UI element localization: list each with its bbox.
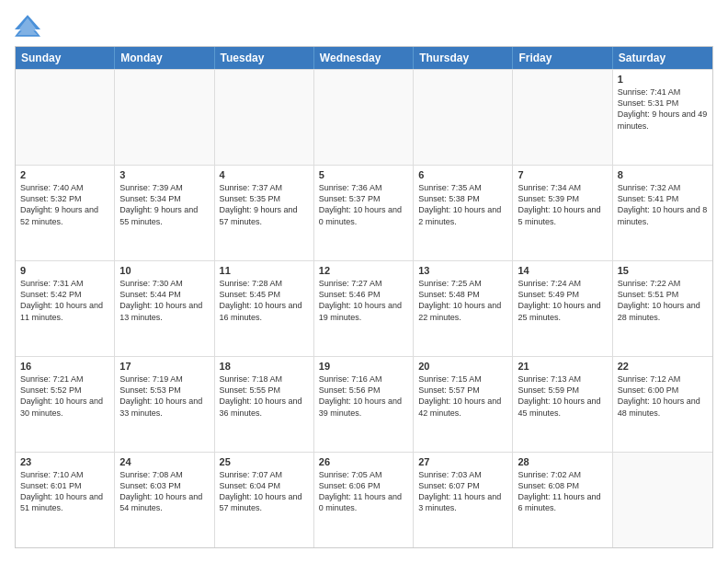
day-info: Sunrise: 7:07 AM Sunset: 6:04 PM Dayligh… — [220, 469, 309, 514]
day-number: 16 — [20, 361, 109, 372]
calendar-cell — [414, 70, 513, 165]
calendar-cell: 23Sunrise: 7:10 AM Sunset: 6:01 PM Dayli… — [16, 453, 115, 547]
day-info: Sunrise: 7:34 AM Sunset: 5:39 PM Dayligh… — [518, 182, 607, 227]
calendar-cell: 4Sunrise: 7:37 AM Sunset: 5:35 PM Daylig… — [215, 166, 314, 260]
calendar: SundayMondayTuesdayWednesdayThursdayFrid… — [15, 46, 713, 548]
calendar-cell: 19Sunrise: 7:16 AM Sunset: 5:56 PM Dayli… — [314, 357, 414, 452]
day-info: Sunrise: 7:36 AM Sunset: 5:37 PM Dayligh… — [319, 182, 408, 227]
day-info: Sunrise: 7:39 AM Sunset: 5:34 PM Dayligh… — [119, 182, 209, 227]
calendar-row-3: 16Sunrise: 7:21 AM Sunset: 5:52 PM Dayli… — [16, 356, 712, 452]
header-day-friday: Friday — [513, 47, 612, 69]
day-info: Sunrise: 7:32 AM Sunset: 5:41 PM Dayligh… — [618, 182, 708, 227]
day-number: 18 — [220, 361, 309, 372]
calendar-cell: 5Sunrise: 7:36 AM Sunset: 5:37 PM Daylig… — [314, 166, 414, 260]
day-info: Sunrise: 7:41 AM Sunset: 5:31 PM Dayligh… — [618, 86, 708, 132]
calendar-cell: 3Sunrise: 7:39 AM Sunset: 5:34 PM Daylig… — [115, 166, 214, 260]
day-number: 13 — [418, 265, 507, 276]
calendar-row-1: 2Sunrise: 7:40 AM Sunset: 5:32 PM Daylig… — [16, 165, 712, 260]
day-number: 27 — [418, 456, 507, 467]
day-info: Sunrise: 7:16 AM Sunset: 5:56 PM Dayligh… — [319, 373, 408, 419]
calendar-cell — [16, 70, 115, 165]
day-number: 20 — [418, 361, 507, 372]
calendar-cell: 9Sunrise: 7:31 AM Sunset: 5:42 PM Daylig… — [16, 261, 115, 356]
header-day-thursday: Thursday — [414, 47, 513, 69]
calendar-cell: 16Sunrise: 7:21 AM Sunset: 5:52 PM Dayli… — [16, 357, 115, 452]
header-day-sunday: Sunday — [16, 47, 115, 69]
day-number: 17 — [119, 361, 209, 372]
calendar-cell: 22Sunrise: 7:12 AM Sunset: 6:00 PM Dayli… — [613, 357, 712, 452]
day-number: 5 — [319, 169, 408, 180]
calendar-cell — [314, 70, 414, 165]
calendar-cell: 24Sunrise: 7:08 AM Sunset: 6:03 PM Dayli… — [115, 453, 214, 547]
calendar-cell: 25Sunrise: 7:07 AM Sunset: 6:04 PM Dayli… — [215, 453, 314, 547]
calendar-cell: 1Sunrise: 7:41 AM Sunset: 5:31 PM Daylig… — [613, 70, 712, 165]
header-day-tuesday: Tuesday — [215, 47, 314, 69]
day-info: Sunrise: 7:27 AM Sunset: 5:46 PM Dayligh… — [319, 278, 408, 323]
day-info: Sunrise: 7:19 AM Sunset: 5:53 PM Dayligh… — [119, 373, 209, 419]
calendar-cell: 28Sunrise: 7:02 AM Sunset: 6:08 PM Dayli… — [513, 453, 612, 547]
calendar-cell: 13Sunrise: 7:25 AM Sunset: 5:48 PM Dayli… — [414, 261, 513, 356]
calendar-cell: 18Sunrise: 7:18 AM Sunset: 5:55 PM Dayli… — [215, 357, 314, 452]
calendar-cell: 14Sunrise: 7:24 AM Sunset: 5:49 PM Dayli… — [513, 261, 612, 356]
day-number: 6 — [418, 169, 507, 180]
day-number: 12 — [319, 265, 408, 276]
day-info: Sunrise: 7:05 AM Sunset: 6:06 PM Dayligh… — [319, 469, 408, 514]
day-number: 19 — [319, 361, 408, 372]
day-number: 24 — [119, 456, 209, 467]
day-info: Sunrise: 7:35 AM Sunset: 5:38 PM Dayligh… — [418, 182, 507, 227]
calendar-cell — [513, 70, 612, 165]
day-number: 28 — [518, 456, 607, 467]
header-day-saturday: Saturday — [613, 47, 712, 69]
day-info: Sunrise: 7:15 AM Sunset: 5:57 PM Dayligh… — [418, 373, 507, 419]
page: SundayMondayTuesdayWednesdayThursdayFrid… — [0, 0, 728, 563]
calendar-cell: 12Sunrise: 7:27 AM Sunset: 5:46 PM Dayli… — [314, 261, 414, 356]
day-info: Sunrise: 7:40 AM Sunset: 5:32 PM Dayligh… — [20, 182, 109, 227]
calendar-cell: 21Sunrise: 7:13 AM Sunset: 5:59 PM Dayli… — [513, 357, 612, 452]
day-info: Sunrise: 7:03 AM Sunset: 6:07 PM Dayligh… — [418, 469, 507, 514]
day-info: Sunrise: 7:10 AM Sunset: 6:01 PM Dayligh… — [20, 469, 109, 514]
calendar-cell: 26Sunrise: 7:05 AM Sunset: 6:06 PM Dayli… — [314, 453, 414, 547]
calendar-row-0: 1Sunrise: 7:41 AM Sunset: 5:31 PM Daylig… — [16, 69, 712, 165]
calendar-cell: 11Sunrise: 7:28 AM Sunset: 5:45 PM Dayli… — [215, 261, 314, 356]
header-day-wednesday: Wednesday — [314, 47, 414, 69]
calendar-body: 1Sunrise: 7:41 AM Sunset: 5:31 PM Daylig… — [16, 69, 712, 547]
day-number: 14 — [518, 265, 607, 276]
day-number: 25 — [220, 456, 309, 467]
calendar-row-4: 23Sunrise: 7:10 AM Sunset: 6:01 PM Dayli… — [16, 452, 712, 547]
calendar-cell: 10Sunrise: 7:30 AM Sunset: 5:44 PM Dayli… — [115, 261, 214, 356]
calendar-cell: 27Sunrise: 7:03 AM Sunset: 6:07 PM Dayli… — [414, 453, 513, 547]
calendar-cell: 20Sunrise: 7:15 AM Sunset: 5:57 PM Dayli… — [414, 357, 513, 452]
day-info: Sunrise: 7:12 AM Sunset: 6:00 PM Dayligh… — [618, 373, 708, 419]
calendar-header: SundayMondayTuesdayWednesdayThursdayFrid… — [16, 47, 712, 69]
day-number: 10 — [119, 265, 209, 276]
calendar-cell — [613, 453, 712, 547]
day-number: 26 — [319, 456, 408, 467]
logo — [15, 15, 42, 37]
day-info: Sunrise: 7:28 AM Sunset: 5:45 PM Dayligh… — [220, 278, 309, 323]
header-day-monday: Monday — [115, 47, 214, 69]
calendar-cell — [215, 70, 314, 165]
day-info: Sunrise: 7:30 AM Sunset: 5:44 PM Dayligh… — [119, 278, 209, 323]
day-info: Sunrise: 7:37 AM Sunset: 5:35 PM Dayligh… — [220, 182, 309, 227]
day-info: Sunrise: 7:22 AM Sunset: 5:51 PM Dayligh… — [618, 278, 708, 323]
calendar-cell: 6Sunrise: 7:35 AM Sunset: 5:38 PM Daylig… — [414, 166, 513, 260]
day-info: Sunrise: 7:25 AM Sunset: 5:48 PM Dayligh… — [418, 278, 507, 323]
logo-icon — [15, 15, 40, 37]
calendar-row-2: 9Sunrise: 7:31 AM Sunset: 5:42 PM Daylig… — [16, 260, 712, 356]
day-info: Sunrise: 7:31 AM Sunset: 5:42 PM Dayligh… — [20, 278, 109, 323]
day-number: 1 — [618, 74, 708, 85]
calendar-cell: 17Sunrise: 7:19 AM Sunset: 5:53 PM Dayli… — [115, 357, 214, 452]
day-info: Sunrise: 7:21 AM Sunset: 5:52 PM Dayligh… — [20, 373, 109, 419]
day-info: Sunrise: 7:24 AM Sunset: 5:49 PM Dayligh… — [518, 278, 607, 323]
calendar-cell — [115, 70, 214, 165]
day-number: 2 — [20, 169, 109, 180]
day-number: 15 — [618, 265, 708, 276]
day-number: 4 — [220, 169, 309, 180]
day-number: 21 — [518, 361, 607, 372]
calendar-cell: 7Sunrise: 7:34 AM Sunset: 5:39 PM Daylig… — [513, 166, 612, 260]
day-number: 11 — [220, 265, 309, 276]
day-info: Sunrise: 7:18 AM Sunset: 5:55 PM Dayligh… — [220, 373, 309, 419]
day-number: 9 — [20, 265, 109, 276]
day-number: 7 — [518, 169, 607, 180]
day-info: Sunrise: 7:02 AM Sunset: 6:08 PM Dayligh… — [518, 469, 607, 514]
